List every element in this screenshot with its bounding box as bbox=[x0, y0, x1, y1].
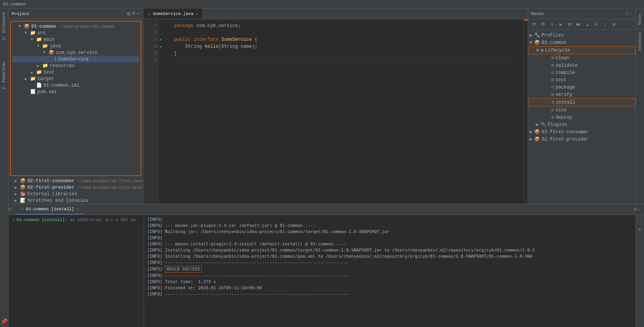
maximize-icon[interactable]: □ bbox=[626, 12, 629, 16]
settings-btn[interactable]: ⚙ bbox=[610, 21, 618, 29]
lifecycle-item-label: compile bbox=[555, 70, 575, 75]
wrap-btn[interactable]: ⋮⋮ bbox=[636, 216, 644, 224]
tree-item-iml[interactable]: 📄 01-common.iml bbox=[12, 82, 139, 89]
tree-item-01-common[interactable]: ▼ 📦 01-common ~/idea-project/01-common bbox=[12, 23, 139, 30]
maven-lifecycle[interactable]: ▼ ⚙ Lifecycle bbox=[528, 46, 636, 54]
plugins-label: Plugins bbox=[548, 122, 567, 127]
maven-verify[interactable]: ⚙ verify bbox=[528, 91, 636, 98]
maven-panel: Maven □ — ⟳ ⟳ + ▶ m ⏭ ☁ ≡ ↕ ⚙ ▶ 🔧 Profil… bbox=[528, 8, 636, 204]
maven-validate[interactable]: ⚙ validate bbox=[528, 62, 636, 69]
lifecycle-item-label: deploy bbox=[555, 115, 572, 120]
settings-icon[interactable]: ⚙ bbox=[634, 206, 637, 212]
gear-icon: ⚙ bbox=[551, 77, 554, 83]
console-line: [INFO] ---------------------------------… bbox=[147, 260, 632, 266]
code-line-4: String hello(String name); bbox=[174, 43, 518, 50]
lifecycle-label: Lifecycle bbox=[545, 48, 570, 53]
gear-icon: ⚙ bbox=[551, 55, 554, 61]
tree-item-main[interactable]: ▼ 📁 main bbox=[12, 36, 139, 43]
iml-icon: 📄 bbox=[36, 82, 42, 88]
tree-item-target[interactable]: ▶ 📁 target bbox=[12, 75, 139, 82]
arrow-right-icon: ▶ bbox=[31, 70, 36, 75]
gear-icon: ⚙ bbox=[551, 62, 554, 68]
maven-install[interactable]: ⚙ install bbox=[528, 98, 636, 106]
tree-item-someservice[interactable]: ℹ SomeService bbox=[12, 56, 139, 62]
console-line: [INFO] bbox=[147, 235, 632, 241]
tree-item-scratches[interactable]: ▶ 📝 Scratches and Consoles bbox=[8, 197, 143, 204]
soft-wrap-btn[interactable]: ≡ bbox=[636, 226, 644, 233]
bottom-tab-label: 01-common [install] bbox=[26, 207, 74, 211]
refresh-all-btn[interactable]: ⟳ bbox=[539, 21, 547, 29]
bottom-tab-run[interactable]: ⚡ 01-common [install] ✕ bbox=[16, 204, 83, 215]
maven-02-provider[interactable]: ▶ 📦 02-first-provider bbox=[528, 136, 636, 143]
pin-bottom-btn[interactable]: 📌 bbox=[0, 317, 8, 325]
gear-icon: ⚙ bbox=[551, 92, 554, 97]
maven-profiles[interactable]: ▶ 🔧 Profiles bbox=[528, 32, 636, 39]
code-editor[interactable]: package com.cyb.service; public interfac… bbox=[168, 19, 524, 204]
expand-icon[interactable]: ≡ bbox=[132, 10, 135, 17]
tree-item-java[interactable]: ▼ 📂 java bbox=[12, 43, 139, 49]
tree-item-02-consumer[interactable]: ▶ 📦 02-first-consumer ~/idea-project/02-… bbox=[8, 178, 143, 184]
maven-clean[interactable]: ⚙ clean bbox=[528, 54, 636, 62]
editor-panel: ☕ SomeService.java ✕ 1 2 3 4 5 6 ● bbox=[143, 8, 528, 204]
run-item-label: 01-common [install]: at 2020/1/16, 9:2 s… bbox=[17, 218, 136, 222]
maven-02-consumer[interactable]: ▶ 📦 02-first-consumer bbox=[528, 128, 636, 136]
arrow-down-icon: ▼ bbox=[37, 44, 42, 48]
tree-label: src bbox=[37, 30, 46, 36]
add-btn[interactable]: + bbox=[548, 21, 556, 29]
editor-tab-someservice[interactable]: ☕ SomeService.java ✕ bbox=[143, 8, 203, 19]
maven-deploy[interactable]: ⚙ deploy bbox=[528, 114, 636, 121]
favorites-tab[interactable]: 2: Favorites bbox=[1, 59, 7, 92]
maven-01-common[interactable]: ▼ 📦 01-common bbox=[528, 39, 636, 46]
sort-btn[interactable]: ↕ bbox=[601, 21, 609, 29]
maven-tree: ▶ 🔧 Profiles ▼ 📦 01-common ▼ ⚙ Lifecycle… bbox=[528, 30, 636, 204]
module-icon: 📦 bbox=[534, 40, 540, 45]
folder-icon: 📁 bbox=[30, 30, 36, 36]
far-right-tab-database[interactable]: Database bbox=[637, 29, 643, 54]
maven-plugins[interactable]: ▶ 🔌 Plugins bbox=[528, 121, 636, 128]
console-line: [INFO] Installing /Users/chenyanbin/idea… bbox=[147, 253, 632, 260]
tab-label: SomeService.java bbox=[153, 12, 194, 16]
cloud-btn[interactable]: ☁ bbox=[584, 21, 591, 29]
lifecycle-item-label: site bbox=[555, 107, 567, 113]
gear-icon[interactable]: ⚙ bbox=[127, 10, 130, 17]
refresh-btn[interactable]: ⟳ bbox=[530, 21, 538, 29]
list-btn[interactable]: ≡ bbox=[592, 21, 600, 29]
tree-item-package[interactable]: ▼ 📦 com.cyb.service bbox=[12, 49, 139, 56]
tab-close-btn[interactable]: ✕ bbox=[196, 12, 198, 16]
maven-module-label: 02-first-consumer bbox=[542, 129, 589, 135]
minimize-icon[interactable]: — bbox=[638, 207, 641, 212]
tree-item-pom[interactable]: 📃 pom.xml bbox=[12, 89, 139, 95]
tree-item-02-provider[interactable]: ▶ 📦 02-first-provider ~/idea-project/02-… bbox=[8, 184, 143, 191]
bottom-panel: Run: ⚡ 01-common [install] ✕ ⚙ — ▶ ■ ⟳ 🔍… bbox=[0, 204, 644, 327]
maven-compile[interactable]: ⚙ compile bbox=[528, 69, 636, 76]
maven-site[interactable]: ⚙ site bbox=[528, 106, 636, 114]
maven-test[interactable]: ⚙ test bbox=[528, 76, 636, 84]
close-icon[interactable]: — bbox=[137, 10, 140, 17]
line-numbers: 1 2 3 4 5 6 bbox=[143, 19, 159, 204]
tree-item-src[interactable]: ▼ 📁 src bbox=[12, 30, 139, 36]
tree-item-external-libs[interactable]: ▶ 📚 External Libraries bbox=[8, 191, 143, 197]
skip-btn[interactable]: ⏭ bbox=[575, 21, 582, 29]
far-right-tab-maven[interactable]: Maven bbox=[637, 10, 643, 28]
tree-item-resources[interactable]: ▶ 📁 resources bbox=[12, 62, 139, 69]
console-line: [INFO] --- maven-jar-plugin:2.4:jar (def… bbox=[147, 223, 632, 229]
console-line: [INFO] Building jar: /Users/chenyanbin/i… bbox=[147, 229, 632, 235]
minimize-icon[interactable]: — bbox=[630, 12, 632, 16]
run-item[interactable]: ✓ 01-common [install]: at 2020/1/16, 9:2… bbox=[11, 216, 142, 223]
tree-label: java bbox=[50, 44, 61, 49]
structure-tab[interactable]: Z: Structure bbox=[1, 10, 7, 42]
java-folder-icon: 📂 bbox=[42, 43, 48, 49]
console-line: [INFO] Finished at: 2020-01-16T09:11:18+… bbox=[147, 285, 632, 291]
maven-btn[interactable]: m bbox=[566, 21, 574, 29]
far-right-panel: Maven Database bbox=[636, 8, 644, 204]
check-icon: ✓ bbox=[12, 217, 15, 222]
arrow-down-icon: ▼ bbox=[536, 48, 541, 53]
tree-item-test[interactable]: ▶ 📁 test bbox=[12, 69, 139, 75]
tab-close-btn[interactable]: ✕ bbox=[76, 207, 79, 211]
maven-package[interactable]: ⚙ package bbox=[528, 84, 636, 91]
run-btn[interactable]: ▶ bbox=[557, 21, 565, 29]
tree-label: 01-common.iml bbox=[44, 83, 80, 88]
console-line: [INFO] Total time: 1.279 s bbox=[147, 279, 632, 285]
lifecycle-item-label: validate bbox=[555, 63, 578, 68]
bottom-right-tools: ⋮⋮ ≡ bbox=[636, 215, 644, 327]
